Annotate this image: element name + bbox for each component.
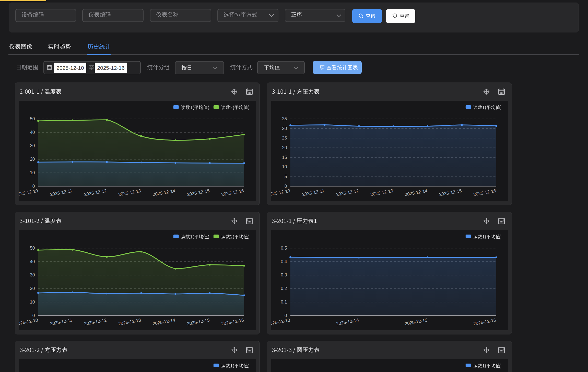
svg-text:0: 0 <box>32 313 35 318</box>
svg-text:30: 30 <box>282 126 287 131</box>
svg-text:20: 20 <box>282 145 287 150</box>
svg-text:20: 20 <box>30 157 35 162</box>
svg-text:0: 0 <box>285 313 287 318</box>
svg-text:50: 50 <box>30 246 35 251</box>
svg-text:0: 0 <box>32 184 35 189</box>
svg-text:50: 50 <box>30 116 35 121</box>
svg-text:0.5: 0.5 <box>281 246 287 251</box>
svg-text:40: 40 <box>30 130 35 135</box>
svg-text:5: 5 <box>285 174 287 179</box>
svg-text:35: 35 <box>282 116 287 121</box>
svg-text:20: 20 <box>30 286 35 291</box>
svg-text:0.2: 0.2 <box>281 286 287 291</box>
svg-text:30: 30 <box>30 143 35 148</box>
svg-text:0: 0 <box>285 184 287 189</box>
svg-text:10: 10 <box>30 299 35 305</box>
svg-text:0.3: 0.3 <box>281 272 287 277</box>
svg-text:0.4: 0.4 <box>281 259 287 264</box>
svg-text:0.1: 0.1 <box>281 299 287 305</box>
svg-text:10: 10 <box>30 170 35 175</box>
svg-text:10: 10 <box>282 164 287 169</box>
svg-text:25: 25 <box>282 135 287 141</box>
svg-text:40: 40 <box>30 259 35 264</box>
svg-text:30: 30 <box>30 272 35 277</box>
svg-text:15: 15 <box>282 155 287 160</box>
